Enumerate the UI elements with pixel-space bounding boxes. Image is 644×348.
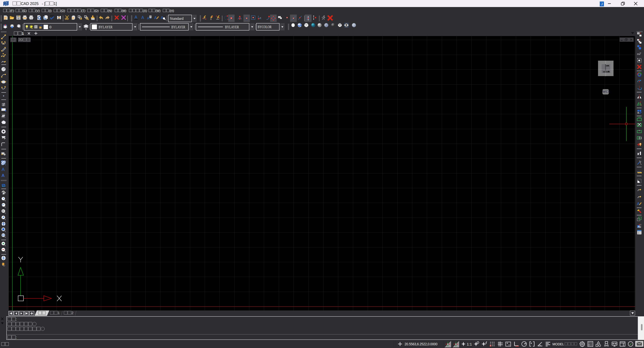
svg-text:A: A — [154, 15, 157, 20]
svg-text:A: A — [147, 16, 150, 20]
svg-text:A: A — [2, 167, 5, 172]
svg-text:A: A — [2, 173, 5, 178]
svg-text:A: A — [160, 15, 164, 20]
svg-text:A: A — [637, 201, 640, 206]
svg-text:A: A — [141, 15, 144, 20]
svg-text:A: A — [134, 15, 138, 19]
